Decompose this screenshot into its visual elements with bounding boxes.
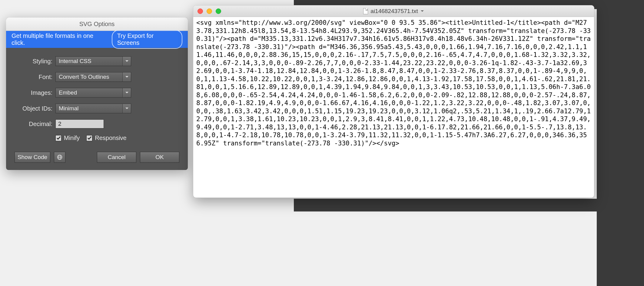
window-traffic-lights [198,8,221,14]
show-code-button[interactable]: Show Code [15,152,50,163]
code-preview-titlebar: ai14682437571.txt [193,5,594,17]
font-select-value: Convert To Outlines [59,74,109,80]
zoom-window-button[interactable] [216,8,221,14]
styling-label: Styling: [15,58,52,65]
decimal-label: Decimal: [15,121,52,128]
chevron-down-icon [122,72,131,81]
file-icon [363,8,368,14]
styling-select[interactable]: Internal CSS [55,56,131,66]
decimal-input[interactable] [55,119,104,128]
responsive-checkbox[interactable]: Responsive [86,135,127,141]
promo-banner: Get multiple file formats in one click. … [6,31,188,48]
close-window-button[interactable] [198,8,203,14]
code-preview-content[interactable]: <svg xmlns="http://www.w3.org/2000/svg" … [193,17,594,198]
background-strip-right [597,9,644,286]
code-preview-title[interactable]: ai14682437571.txt [193,8,594,15]
chevron-down-icon [420,10,424,12]
try-export-for-screens-button[interactable]: Try Export for Screens [112,30,182,49]
preview-in-browser-button[interactable] [54,152,65,163]
ok-button[interactable]: OK [140,152,179,163]
checkmark-icon [55,135,61,141]
images-label: Images: [15,89,52,96]
promo-banner-text: Get multiple file formats in one click. [12,32,108,46]
objectids-label: Object IDs: [15,105,52,112]
dialog-titlebar: SVG Options [6,18,188,31]
objectids-select-value: Minimal [59,105,78,112]
minify-checkbox[interactable]: Minify [55,135,80,141]
checkmark-icon [86,135,92,141]
responsive-checkbox-label: Responsive [95,135,127,141]
globe-icon [57,154,63,160]
chevron-down-icon [122,57,131,66]
images-select-value: Embed [59,89,77,96]
images-select[interactable]: Embed [55,88,131,98]
svg-options-dialog: SVG Options Get multiple file formats in… [6,18,188,170]
styling-select-value: Internal CSS [59,58,91,65]
code-preview-window: ai14682437571.txt <svg xmlns="http://www… [193,5,594,198]
dialog-title: SVG Options [79,21,115,28]
code-preview-filename: ai14682437571.txt [370,8,418,15]
minify-checkbox-label: Minify [64,135,80,141]
chevron-down-icon [122,88,131,97]
objectids-select[interactable]: Minimal [55,104,131,113]
cancel-button[interactable]: Cancel [97,152,136,163]
background-strip-bottom [294,199,644,211]
minimize-window-button[interactable] [207,8,212,14]
font-label: Font: [15,74,52,81]
chevron-down-icon [122,104,131,113]
font-select[interactable]: Convert To Outlines [55,72,131,82]
